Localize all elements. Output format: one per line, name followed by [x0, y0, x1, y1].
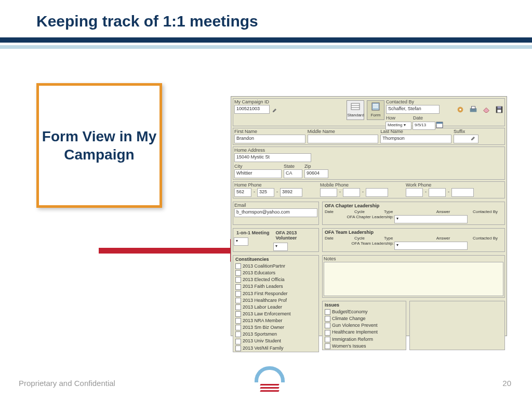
checkbox-item[interactable]: Gun Violence Prevent: [323, 322, 406, 329]
team-answer-select[interactable]: ▾: [394, 242, 468, 250]
svg-rect-11: [471, 107, 475, 109]
first-name-label: First Name: [234, 129, 305, 134]
checkbox-item[interactable]: Climate Change: [323, 315, 406, 322]
checkbox-item[interactable]: Healthcare Implement: [323, 329, 406, 336]
chapter-answer-select[interactable]: ▾: [394, 215, 468, 223]
mobile-phone-label: Mobile Phone: [320, 182, 404, 188]
table-icon: [350, 101, 361, 112]
email-label: Email: [234, 203, 317, 208]
city-field[interactable]: Whittier: [234, 169, 282, 178]
one-on-one-select[interactable]: ▾: [234, 237, 248, 246]
edit-icon[interactable]: [272, 108, 277, 113]
checkbox-item[interactable]: 2013 Educators: [233, 270, 318, 276]
gear-icon[interactable]: [455, 105, 466, 114]
divider-light: [0, 45, 532, 49]
page-number: 20: [502, 379, 511, 388]
notes-label: Notes: [324, 256, 503, 261]
date-label: Date: [413, 115, 435, 121]
calendar-icon[interactable]: [436, 121, 443, 128]
mobile-phone-2[interactable]: [343, 188, 360, 197]
pencil-icon[interactable]: [471, 136, 476, 141]
erase-icon[interactable]: [481, 105, 491, 114]
city-label: City: [234, 164, 282, 169]
slide-title: Keeping track of 1:1 meetings: [36, 12, 532, 30]
home-address-field[interactable]: 15040 Mystic St: [234, 153, 311, 162]
checkbox-item[interactable]: 2013 CoalitionPartnr: [233, 263, 318, 270]
mobile-phone-1[interactable]: [320, 188, 337, 197]
standard-view-button[interactable]: Standard: [347, 100, 364, 120]
state-label: State: [284, 164, 302, 169]
svg-rect-0: [351, 103, 360, 110]
campaign-logo-icon: [255, 366, 285, 392]
volunteer-select[interactable]: ▾: [273, 243, 288, 251]
home-phone-1[interactable]: 562: [234, 188, 251, 197]
save-icon[interactable]: [494, 105, 504, 114]
mobile-phone-3[interactable]: [366, 188, 388, 197]
suffix-label: Suffix: [454, 129, 503, 134]
checkbox-item[interactable]: 2013 Law Enforcement: [233, 311, 318, 317]
home-phone-label: Home Phone: [234, 182, 318, 188]
first-name-field[interactable]: Brandon: [234, 135, 305, 143]
work-phone-2[interactable]: [429, 188, 446, 197]
contacted-by-field[interactable]: Schaffer, Stefan: [386, 105, 440, 114]
volunteer-label: OFA 2013 Volunteer: [274, 229, 317, 242]
email-field[interactable]: b_thomspon@yahoo.com: [234, 208, 317, 217]
team-leadership-label: OFA Team Leadership: [323, 229, 504, 236]
checkbox-item[interactable]: 2013 Labor Leader: [233, 304, 318, 311]
checkbox-item[interactable]: 2013 Sportsmen: [233, 331, 318, 338]
constituencies-header: Constituencies: [233, 256, 318, 263]
zip-field[interactable]: 90604: [304, 169, 328, 178]
home-phone-3[interactable]: 3892: [280, 188, 302, 197]
form-icon: [370, 101, 381, 112]
footer-text: Proprietary and Confidential: [19, 379, 115, 388]
checkbox-item[interactable]: 2013 First Responder: [233, 290, 318, 297]
svg-rect-14: [497, 107, 501, 109]
how-select[interactable]: Meeting ▾: [385, 122, 411, 130]
form-view-screenshot: My Campaign ID 100521003 Standard Form C…: [231, 96, 507, 336]
callout-text: Form View in My Campaign: [39, 127, 159, 164]
campaign-id-label: My Campaign ID: [234, 99, 321, 104]
svg-rect-5: [373, 107, 378, 108]
callout-box: Form View in My Campaign: [36, 83, 162, 208]
checkbox-item[interactable]: 2013 Faith Leaders: [233, 283, 318, 290]
campaign-id-field[interactable]: 100521003: [234, 105, 270, 114]
middle-name-label: Middle Name: [308, 129, 379, 134]
svg-rect-13: [497, 110, 501, 112]
middle-name-field[interactable]: [308, 135, 379, 143]
divider-dark: [0, 37, 532, 43]
work-phone-1[interactable]: [406, 188, 423, 197]
checkbox-item[interactable]: 2013 Healthcare Prof: [233, 297, 318, 304]
state-field[interactable]: CA: [284, 169, 302, 178]
checkbox-item[interactable]: 2013 Elected Officia: [233, 276, 318, 283]
suffix-field[interactable]: [454, 135, 478, 143]
home-phone-2[interactable]: 325: [257, 188, 274, 197]
one-on-one-label: 1-on-1 Meeting: [234, 229, 272, 236]
checkbox-item[interactable]: 2013 Univ Student: [233, 338, 318, 344]
issues-header: Issues: [323, 301, 406, 309]
svg-point-9: [459, 109, 461, 111]
checkbox-item[interactable]: 2013 NRA Member: [233, 317, 318, 324]
svg-rect-4: [373, 104, 378, 105]
last-name-field[interactable]: Thompson: [380, 135, 451, 143]
checkbox-item[interactable]: Immigration Reform: [323, 336, 406, 343]
chapter-leadership-label: OFA Chapter Leadership: [323, 202, 504, 209]
work-phone-label: Work Phone: [406, 182, 503, 188]
checkbox-item[interactable]: Budget/Economy: [323, 309, 406, 315]
svg-rect-7: [436, 122, 443, 124]
date-field[interactable]: 9/5/13: [413, 122, 435, 130]
checkbox-item[interactable]: 2013 Vet/Mil Family: [233, 345, 318, 352]
how-label: How: [386, 115, 411, 121]
print-icon[interactable]: [468, 105, 478, 114]
notes-field[interactable]: [324, 262, 503, 296]
form-view-button[interactable]: Form: [367, 100, 384, 120]
home-address-label: Home Address: [234, 148, 378, 153]
work-phone-3[interactable]: [451, 188, 474, 197]
checkbox-item[interactable]: Women's Issues: [323, 343, 406, 350]
arrow-icon: [99, 239, 249, 262]
contacted-by-label: Contacted By: [386, 99, 449, 104]
zip-label: Zip: [304, 164, 328, 169]
checkbox-item[interactable]: 2013 Sm Biz Owner: [233, 324, 318, 331]
